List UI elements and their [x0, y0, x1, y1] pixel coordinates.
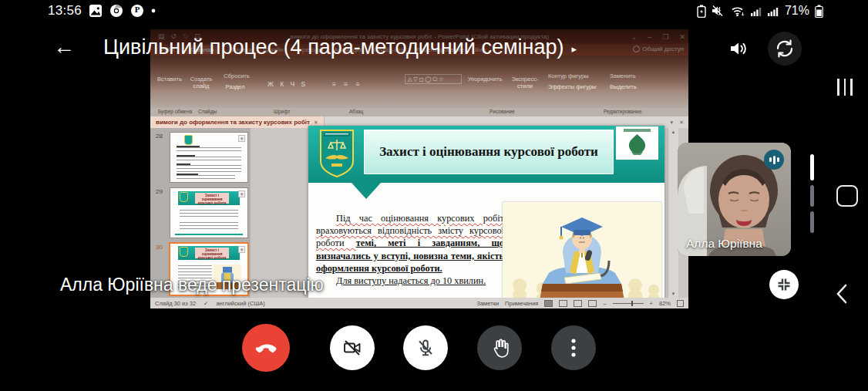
new-slide-button[interactable]: Создать слайд	[187, 76, 215, 90]
slide-thumbnail-panel[interactable]: 28 ✳ 29 Захист і оцінювання курс	[150, 128, 251, 298]
slide-vertical-scrollbar[interactable]: ▲ ▼	[668, 128, 678, 298]
comments-toggle[interactable]: Примечания	[505, 300, 538, 307]
signal2-icon	[768, 5, 779, 17]
mini-slide-title: Захист і оцінювання курсової роботи	[195, 193, 229, 204]
spellcheck-icon[interactable]: ✓	[204, 300, 208, 307]
thumb-number: 28	[156, 133, 163, 140]
participants-scrollbar-segment[interactable]	[810, 211, 814, 233]
mini-emblem-icon	[180, 247, 188, 257]
reading-view-icon[interactable]	[574, 300, 582, 307]
android-back-button[interactable]	[836, 284, 848, 307]
expand-caret-icon: ▸	[571, 43, 577, 55]
vibrate-icon	[712, 5, 725, 17]
meeting-title[interactable]: Цивільний процес (4 пара-методичний семі…	[103, 35, 577, 59]
shape-effects-button[interactable]: Эффекты фигуры	[548, 83, 599, 90]
slide-title: Захист і оцінювання курсової роботи	[368, 143, 609, 160]
ppt-status-bar: Слайд 30 из 32 ✓ английский (США) Заметк…	[150, 298, 688, 308]
restore-button[interactable]: ❐	[662, 33, 668, 41]
participants-scrollbar[interactable]	[810, 154, 814, 180]
paste-button[interactable]: Вставить	[156, 76, 183, 83]
group-paragraph: Абзац	[349, 109, 363, 114]
slide-thumbnail-28[interactable]: ✳	[170, 133, 247, 182]
slide-sorter-view-icon[interactable]	[559, 300, 567, 307]
signal-icon	[751, 5, 762, 17]
scroll-down-icon[interactable]: ▼	[671, 290, 676, 298]
paragraph-align-buttons[interactable]: ≡ ≡ ≡	[332, 80, 363, 88]
tab-close-icon[interactable]: ✕	[314, 120, 318, 126]
home-button[interactable]	[836, 185, 858, 207]
dropdown-icon[interactable]: ▾	[671, 120, 674, 126]
phone-screen: 13:56 P 71% ▤ ↺ ↻ ⊡	[0, 0, 868, 391]
group-font: Шрифт	[274, 109, 290, 114]
slide-thumbnail-29[interactable]: Захист і оцінювання курсової роботи ✳	[170, 188, 247, 238]
font-style-buttons[interactable]: Ж К Ч S	[267, 80, 308, 88]
replace-button[interactable]: Заменить	[610, 72, 644, 79]
speaker-icon	[728, 39, 749, 59]
audio-output-button[interactable]	[722, 32, 755, 66]
minimize-button[interactable]: –	[648, 33, 651, 41]
wifi-icon	[731, 5, 745, 17]
slide-editing-area: Захист і оцінювання курсової роботи Під …	[251, 128, 678, 298]
screenshare-powerpoint-window: ▤ ↺ ↻ ⊡ вимоги до оформлення та захисту …	[150, 29, 688, 308]
collapse-icon	[776, 277, 792, 292]
participant-name: Алла Юріївна	[686, 237, 762, 251]
mini-star-icon: ✳	[238, 135, 245, 142]
zoom-out-icon[interactable]: –	[603, 300, 606, 307]
mic-toggle-button[interactable]	[403, 325, 448, 370]
current-slide[interactable]: Захист і оцінювання курсової роботи Під …	[308, 126, 664, 308]
graduate-illustration	[503, 202, 661, 308]
share-button[interactable]: Общий доступ	[633, 46, 684, 52]
thumb-number: 30	[156, 244, 163, 251]
group-drawing: Рисование	[490, 109, 515, 114]
chevron-left-icon	[836, 284, 848, 304]
camera-toggle-button[interactable]	[330, 325, 375, 370]
zoom-level[interactable]: 82%	[659, 300, 671, 307]
switch-camera-button[interactable]	[768, 32, 802, 66]
slide-counter: Слайд 30 из 32	[155, 300, 196, 307]
notification-dot-icon	[151, 8, 156, 13]
shapes-gallery[interactable]: △ ▽ ◻ ◯ ⬠ ☆	[405, 74, 462, 84]
document-tab[interactable]: вимоги до оформлення та захисту курсових…	[150, 116, 325, 128]
participants-scrollbar-segment[interactable]	[810, 185, 814, 207]
arrange-button[interactable]: Упорядочить	[465, 76, 505, 83]
minimize-tile-button[interactable]	[769, 270, 799, 299]
mini-emblem-icon	[180, 192, 188, 202]
close-button[interactable]: ✕	[679, 33, 685, 41]
speaking-indicator-icon	[764, 150, 784, 170]
battery-percent: 71%	[785, 4, 809, 18]
camera-off-icon	[342, 338, 362, 358]
fit-slide-icon[interactable]	[677, 300, 684, 307]
chrome-icon	[109, 4, 123, 18]
participant-tile[interactable]: Алла Юріївна	[678, 143, 791, 256]
pane-close-icon[interactable]: ✕	[679, 120, 684, 126]
more-options-button[interactable]	[551, 325, 596, 370]
thumb-number: 29	[156, 188, 163, 195]
slide-body-text: Під час оцінювання курсових робіт врахов…	[316, 212, 504, 287]
scroll-up-icon[interactable]: ▲	[671, 128, 676, 136]
slideshow-view-icon[interactable]	[588, 300, 597, 307]
slide-title-box: Захист і оцінювання курсової роботи	[364, 130, 614, 174]
raise-hand-button[interactable]	[477, 325, 522, 370]
ribbon-display-icon[interactable]: ⌄	[631, 33, 638, 41]
notes-toggle[interactable]: Заметки	[476, 300, 499, 307]
shape-outline-button[interactable]: Контур фигуры	[548, 72, 596, 79]
presenting-caption: Алла Юріївна веде презентацію	[60, 275, 324, 295]
zoom-slider[interactable]	[613, 303, 644, 304]
quick-styles-button[interactable]: Экспресс- стили	[506, 76, 543, 90]
university-emblem-left-icon	[318, 127, 356, 178]
end-call-icon	[254, 336, 278, 359]
more-options-icon	[571, 338, 576, 358]
normal-view-icon[interactable]	[544, 300, 553, 307]
switch-camera-icon	[774, 38, 796, 59]
back-button[interactable]: ←	[51, 34, 77, 60]
select-button[interactable]: Выделить	[610, 83, 644, 90]
ppt-ribbon-group-labels: Буфер обмена Слайды Шрифт Абзац Рисовани…	[150, 108, 688, 116]
zoom-in-icon[interactable]: +	[650, 300, 653, 307]
battery-saver-icon	[697, 5, 706, 18]
end-call-button[interactable]	[242, 324, 290, 372]
mini-slide-title: Захист і оцінювання курсової роботи	[195, 248, 229, 258]
recents-button[interactable]	[837, 79, 853, 96]
section-button[interactable]: Раздел	[220, 83, 251, 90]
reset-button[interactable]: Сбросить	[220, 72, 254, 79]
language-indicator[interactable]: английский (США)	[216, 300, 264, 307]
